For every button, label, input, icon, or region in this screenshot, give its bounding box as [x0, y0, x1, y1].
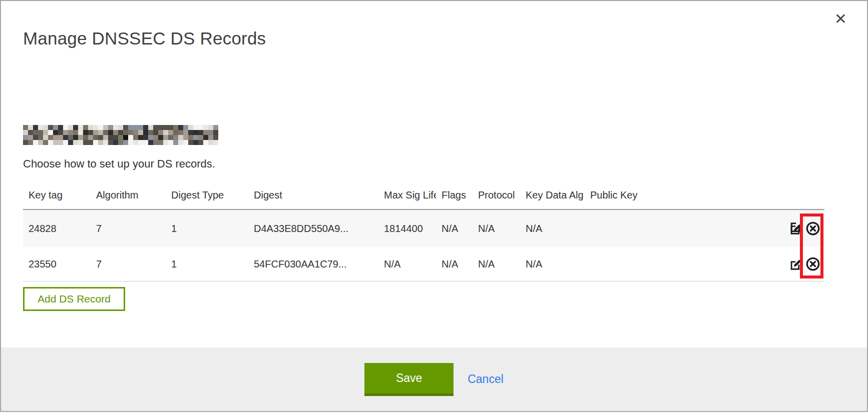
row-actions — [780, 256, 824, 272]
cell-max-sig-life: 1814400 — [378, 223, 436, 234]
edit-icon[interactable] — [788, 256, 803, 272]
cell-key-data-alg: N/A — [520, 258, 585, 270]
dialog-window: Manage DNSSEC DS Records ✕ Choose how to… — [0, 0, 868, 412]
cell-protocol: N/A — [473, 223, 520, 234]
edit-icon[interactable] — [788, 221, 803, 236]
cell-key-data-alg: N/A — [520, 223, 585, 234]
cell-digest: D4A33E8DD550A9... — [248, 223, 378, 234]
cell-digest: 54FCF030AA1C79... — [248, 258, 378, 270]
column-header-digest: Digest — [248, 190, 378, 201]
column-header-digest-type: Digest Type — [166, 190, 248, 201]
column-header-protocol: Protocol — [473, 190, 520, 201]
page-title: Manage DNSSEC DS Records — [23, 28, 266, 48]
table-row: 23550 7 1 54FCF030AA1C79... N/A N/A N/A … — [23, 247, 824, 282]
cell-digest-type: 1 — [166, 258, 248, 270]
cell-algorithm: 7 — [91, 258, 166, 270]
cell-key-tag: 24828 — [23, 223, 91, 234]
column-header-public-key: Public Key — [585, 190, 780, 201]
instruction-text: Choose how to set up your DS records. — [23, 158, 215, 170]
column-header-flags: Flags — [436, 190, 473, 201]
save-button[interactable]: Save — [364, 363, 454, 396]
column-header-key-tag: Key tag — [23, 190, 91, 201]
cell-algorithm: 7 — [91, 223, 166, 234]
column-header-max-sig-life: Max Sig Life — [378, 190, 436, 201]
redacted-domain-name — [23, 125, 218, 145]
table-header-row: Key tag Algorithm Digest Type Digest Max… — [23, 181, 824, 210]
cancel-link[interactable]: Cancel — [468, 372, 504, 386]
dialog-footer: Save Cancel — [1, 348, 867, 411]
delete-icon[interactable] — [805, 256, 820, 272]
close-icon[interactable]: ✕ — [831, 11, 850, 27]
ds-records-table: Key tag Algorithm Digest Type Digest Max… — [23, 181, 824, 282]
cell-max-sig-life: N/A — [378, 258, 436, 270]
cell-protocol: N/A — [473, 258, 520, 270]
cell-digest-type: 1 — [166, 223, 248, 234]
table-row: 24828 7 1 D4A33E8DD550A9... 1814400 N/A … — [23, 210, 824, 247]
cell-flags: N/A — [436, 258, 473, 270]
cell-flags: N/A — [436, 223, 473, 234]
row-actions — [780, 221, 824, 236]
delete-icon[interactable] — [805, 221, 820, 236]
column-header-algorithm: Algorithm — [91, 190, 166, 201]
add-ds-record-button[interactable]: Add DS Record — [23, 287, 125, 311]
cell-key-tag: 23550 — [23, 258, 91, 270]
column-header-key-data-alg: Key Data Alg — [520, 190, 585, 201]
